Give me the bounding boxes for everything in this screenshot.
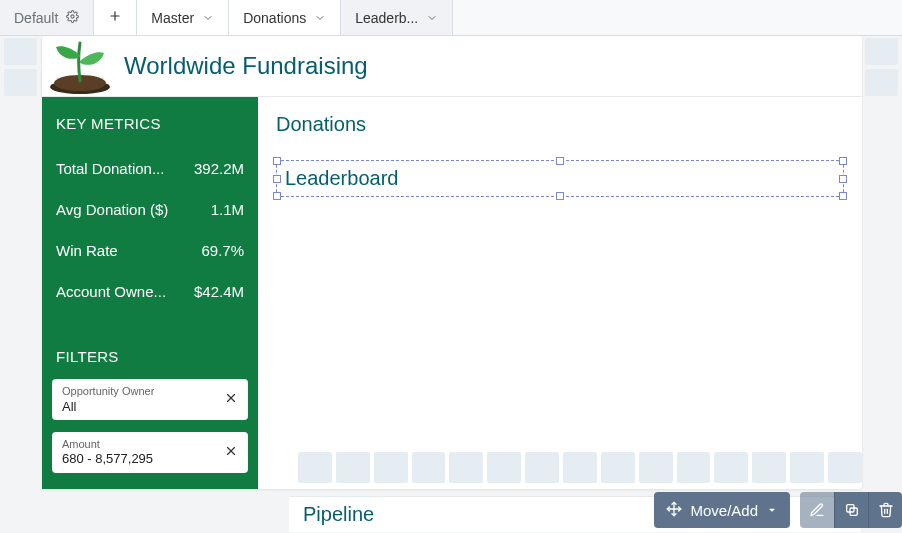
resize-handle[interactable]: [556, 192, 564, 200]
resize-handle[interactable]: [273, 175, 281, 183]
resize-handle[interactable]: [839, 192, 847, 200]
metric-label: Avg Donation ($): [56, 201, 168, 218]
metric-row: Avg Donation ($) 1.1M: [42, 189, 258, 230]
tab-add[interactable]: [94, 0, 137, 35]
caret-down-icon: [766, 504, 778, 516]
filters-heading: FILTERS: [42, 348, 258, 373]
filter-chip-opportunity-owner[interactable]: Opportunity Owner All: [52, 379, 248, 420]
filter-chip-amount[interactable]: Amount 680 - 8,577,295: [52, 432, 248, 473]
button-label: Move/Add: [690, 502, 758, 519]
resize-handle[interactable]: [273, 157, 281, 165]
filter-value: All: [62, 399, 154, 415]
move-icon: [666, 501, 682, 520]
tab-default[interactable]: Default: [0, 0, 94, 35]
copy-button[interactable]: [834, 492, 868, 528]
metric-label: Account Owne...: [56, 283, 166, 300]
sidebar: KEY METRICS Total Donation... 392.2M Avg…: [42, 97, 258, 489]
filter-name: Opportunity Owner: [62, 385, 154, 398]
metric-value: 392.2M: [194, 160, 244, 177]
selected-widget-leaderboard[interactable]: Leaderboard: [276, 160, 844, 197]
metric-value: 69.7%: [201, 242, 244, 259]
resize-handle[interactable]: [273, 192, 281, 200]
delete-button[interactable]: [868, 492, 902, 528]
chevron-down-icon: [314, 12, 326, 24]
section-title-pipeline: Pipeline: [303, 503, 374, 526]
gear-icon: [66, 10, 79, 26]
tab-label: Default: [14, 10, 58, 26]
tab-master[interactable]: Master: [137, 0, 229, 35]
filter-value: 680 - 8,577,295: [62, 451, 153, 467]
metrics-heading: KEY METRICS: [42, 115, 258, 148]
resize-handle[interactable]: [556, 157, 564, 165]
metric-label: Total Donation...: [56, 160, 164, 177]
filter-name: Amount: [62, 438, 153, 451]
edit-button[interactable]: [800, 492, 834, 528]
section-title-donations: Donations: [276, 113, 844, 136]
page-title: Worldwide Fundraising: [124, 52, 368, 80]
page-tabs: Default Master Donations Leaderb...: [0, 0, 902, 36]
card-header: Worldwide Fundraising: [42, 36, 862, 96]
move-add-button[interactable]: Move/Add: [654, 492, 790, 528]
metric-value: 1.1M: [211, 201, 244, 218]
metric-row: Win Rate 69.7%: [42, 230, 258, 271]
widget-action-group: [800, 492, 902, 528]
metric-label: Win Rate: [56, 242, 118, 259]
metric-value: $42.4M: [194, 283, 244, 300]
widget-title: Leaderboard: [285, 167, 398, 189]
svg-point-0: [71, 14, 74, 17]
metric-row: Total Donation... 392.2M: [42, 148, 258, 189]
plus-icon: [108, 9, 122, 26]
widget-toolbar: Move/Add: [654, 492, 902, 528]
resize-handle[interactable]: [839, 175, 847, 183]
close-icon[interactable]: [224, 391, 238, 408]
tab-label: Leaderb...: [355, 10, 418, 26]
card-body: KEY METRICS Total Donation... 392.2M Avg…: [42, 96, 862, 489]
main-canvas[interactable]: Donations Leaderboard: [258, 97, 862, 489]
tab-leaderboard[interactable]: Leaderb...: [341, 0, 453, 35]
chevron-down-icon: [426, 12, 438, 24]
tab-donations[interactable]: Donations: [229, 0, 341, 35]
resize-handle[interactable]: [839, 157, 847, 165]
logo-plant-icon: [48, 37, 112, 95]
chevron-down-icon: [202, 12, 214, 24]
metric-row: Account Owne... $42.4M: [42, 271, 258, 312]
dashboard-card: Worldwide Fundraising KEY METRICS Total …: [42, 36, 862, 489]
tab-label: Donations: [243, 10, 306, 26]
close-icon[interactable]: [224, 444, 238, 461]
tab-label: Master: [151, 10, 194, 26]
